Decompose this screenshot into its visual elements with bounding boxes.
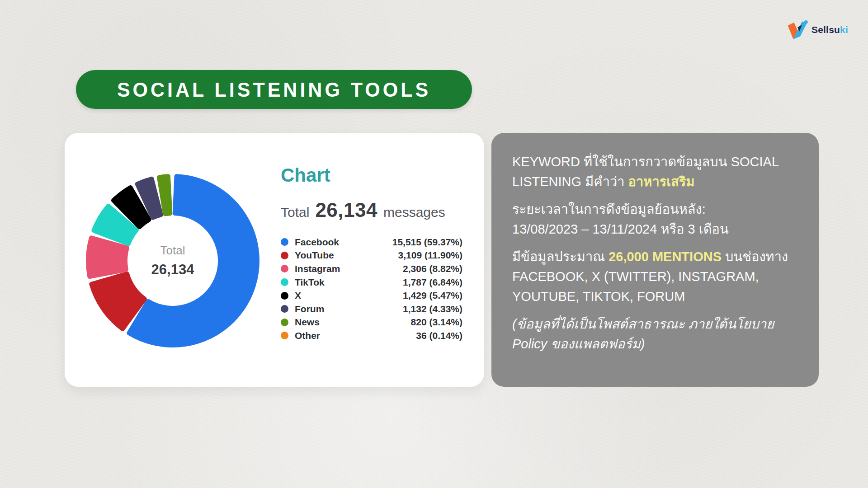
legend-value: 1,132 (4.33%) — [403, 304, 462, 314]
chart-legend: Facebook15,515 (59.37%)YouTube3,109 (11.… — [281, 235, 462, 343]
legend-label: Forum — [295, 304, 403, 314]
legend-label: TikTok — [295, 277, 403, 288]
info-paragraph-period: ระยะเวลาในการดึงข้อมูลย้อนหลัง:13/08/202… — [512, 199, 798, 239]
legend-dot — [281, 332, 288, 339]
legend-label: News — [295, 317, 411, 328]
chart-summary-column: Chart Total 26,134 messages Facebook15,5… — [281, 164, 462, 343]
legend-row: Other36 (0.14%) — [281, 329, 462, 343]
chart-total-line: Total 26,134 messages — [281, 199, 462, 221]
info-paragraph-policy: (ข้อมูลที่ได้เป็นโพสต์สาธารณะ ภายใต้นโยบ… — [512, 314, 798, 354]
legend-label: Facebook — [295, 237, 392, 248]
legend-label: Instagram — [295, 263, 403, 274]
legend-value: 1,787 (6.84%) — [403, 277, 462, 288]
brand-logo: Sellsuki — [787, 19, 848, 41]
legend-label: X — [295, 290, 403, 301]
legend-dot — [281, 238, 288, 246]
legend-value: 15,515 (59.37%) — [392, 237, 462, 248]
legend-value: 36 (0.14%) — [416, 330, 462, 341]
legend-value: 3,109 (11.90%) — [398, 250, 462, 261]
title-pill: SOCIAL LISTENING TOOLS — [76, 70, 472, 109]
chart-title: Chart — [281, 164, 462, 186]
legend-value: 820 (3.14%) — [411, 317, 462, 328]
legend-label: Other — [295, 330, 416, 341]
donut-svg — [84, 172, 261, 349]
total-value: 26,134 — [315, 199, 377, 221]
legend-row: Instagram2,306 (8.82%) — [281, 262, 462, 276]
legend-dot — [281, 319, 288, 326]
info-paragraph-keyword: KEYWORD ที่ใช้ในการกวาดข้อมูลบน SOCIAL L… — [512, 152, 798, 192]
legend-value: 1,429 (5.47%) — [403, 290, 462, 301]
legend-row: Facebook15,515 (59.37%) — [281, 235, 462, 249]
legend-row: YouTube3,109 (11.90%) — [281, 249, 462, 263]
page-title: SOCIAL LISTENING TOOLS — [117, 78, 431, 101]
info-panel: KEYWORD ที่ใช้ในการกวาดข้อมูลบน SOCIAL L… — [491, 133, 819, 387]
legend-row: News820 (3.14%) — [281, 316, 462, 329]
legend-dot — [281, 252, 288, 259]
legend-row: TikTok1,787 (6.84%) — [281, 276, 462, 289]
brand-name: Sellsuki — [811, 24, 848, 35]
donut-chart: Total 26,134 — [84, 172, 261, 349]
legend-row: Forum1,132 (4.33%) — [281, 302, 462, 316]
legend-row: X1,429 (5.47%) — [281, 289, 462, 302]
donut-segment-instagram — [88, 238, 127, 277]
legend-dot — [281, 305, 288, 313]
total-label: Total — [281, 205, 309, 220]
legend-dot — [281, 265, 288, 272]
legend-dot — [281, 292, 288, 300]
legend-value: 2,306 (8.82%) — [403, 263, 462, 274]
legend-label: YouTube — [295, 250, 398, 261]
legend-dot — [281, 278, 288, 286]
mentions-highlight: 26,000 MENTIONS — [609, 249, 722, 264]
total-suffix: messages — [383, 205, 445, 220]
keyword-highlight: อาหารเสริม — [628, 174, 695, 189]
chart-card: Total 26,134 Chart Total 26,134 messages… — [65, 133, 484, 387]
brand-name-accent: ki — [840, 24, 848, 35]
sellsuki-logo-icon — [787, 19, 808, 41]
info-paragraph-mentions: มีข้อมูลประมาณ 26,000 MENTIONS บนช่องทาง… — [512, 247, 798, 306]
